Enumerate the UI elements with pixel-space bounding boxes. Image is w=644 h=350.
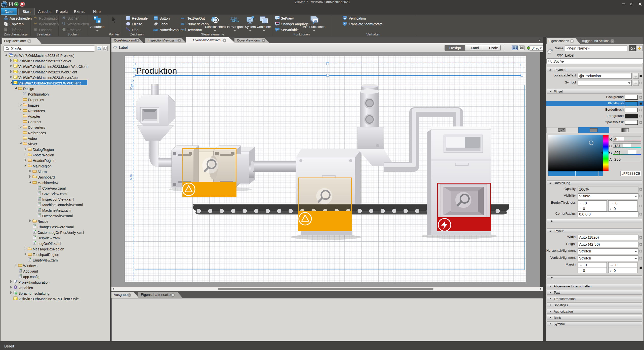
svg-text:201: 201 [181, 23, 184, 25]
svg-text:•99: •99 [276, 28, 278, 30]
svg-text:Produktion: Produktion [136, 66, 177, 75]
svg-text:0:1: 0:1 [314, 20, 317, 22]
svg-text:ABC: ABC [181, 17, 185, 19]
svg-text:ABC: ABC [231, 19, 239, 23]
svg-text:ABC: ABC [181, 29, 185, 31]
svg-text:Auto: Auto [129, 174, 132, 180]
svg-text:50px: 50px [130, 84, 133, 90]
svg-text:2110: 2110 [153, 29, 158, 31]
svg-text:87: 87 [343, 17, 345, 18]
